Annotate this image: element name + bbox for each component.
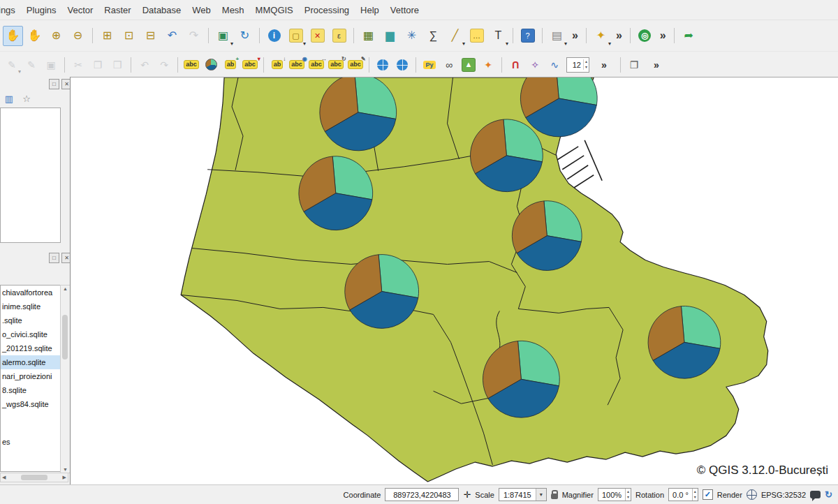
- osm-place-search-icon[interactable]: ◎: [635, 26, 655, 46]
- file-list[interactable]: chiavalfortoreainime.sqlite.sqliteo_civi…: [0, 285, 61, 472]
- snapping-magnet-icon[interactable]: U: [506, 56, 524, 74]
- undo-icon[interactable]: ↶: [135, 56, 154, 74]
- georeferencer-icon[interactable]: ✦: [479, 56, 497, 74]
- file-item[interactable]: chiavalfortorea: [1, 286, 60, 299]
- show-statistics-icon[interactable]: ∑: [423, 26, 443, 46]
- crs-label[interactable]: EPSG:32532: [761, 491, 806, 499]
- file-item[interactable]: es: [1, 435, 60, 449]
- plugin-wand-icon[interactable]: ✦▾: [591, 26, 611, 46]
- vscroll-thumb[interactable]: [62, 315, 68, 360]
- rotation-spin[interactable]: 0.0 ° ▴▾: [668, 488, 698, 501]
- panel-tool-filter-icon[interactable]: ☆: [19, 91, 34, 106]
- magnifier-spin[interactable]: 100% ▴▾: [598, 488, 631, 501]
- spinner-arrows-icon[interactable]: ▴▾: [625, 489, 631, 501]
- change-label-icon[interactable]: abc✎: [346, 56, 365, 74]
- paste-features-icon[interactable]: ❒: [108, 56, 126, 74]
- zoom-full-icon[interactable]: ⊞: [97, 26, 117, 46]
- mouse-extent-icon[interactable]: ✛: [463, 490, 471, 499]
- rotate-label-icon[interactable]: abc↻: [327, 56, 345, 74]
- cut-features-icon[interactable]: ✂: [69, 56, 87, 74]
- redo-icon[interactable]: ↷: [155, 56, 173, 74]
- hscroll-thumb[interactable]: [21, 475, 47, 480]
- current-edits-icon[interactable]: ✎▾: [3, 56, 21, 74]
- file-item[interactable]: nari_proiezioni: [1, 369, 60, 383]
- pan-to-selection-icon[interactable]: ✋: [24, 26, 45, 46]
- label-rule-icon[interactable]: abc▾: [241, 56, 259, 74]
- zoom-out-icon[interactable]: ⊖: [68, 26, 88, 46]
- select-by-expression-icon[interactable]: ε: [329, 26, 349, 46]
- scroll-right-icon[interactable]: ▶: [63, 475, 66, 480]
- menu-mmqgis[interactable]: MMQGIS: [250, 1, 299, 19]
- lock-scale-icon[interactable]: [551, 494, 558, 499]
- magnifier-value[interactable]: 100%: [602, 491, 622, 499]
- map-tips-icon[interactable]: …: [466, 26, 487, 46]
- menu-web[interactable]: Web: [186, 1, 216, 19]
- file-item[interactable]: _wgs84.sqlite: [1, 397, 60, 411]
- share-icon[interactable]: ➦: [679, 26, 699, 46]
- toolbar-overflow-icon[interactable]: »: [568, 26, 582, 46]
- pan-map-icon[interactable]: ✋: [3, 26, 23, 46]
- float-panel-icon[interactable]: □: [49, 253, 59, 263]
- identify-features-icon[interactable]: i: [264, 26, 284, 46]
- file-item[interactable]: o_civici.sqlite: [1, 327, 60, 341]
- file-item[interactable]: alermo.sqlite: [1, 355, 60, 369]
- scroll-up-icon[interactable]: ▲: [61, 286, 70, 291]
- select-features-icon[interactable]: ▢▾: [286, 26, 306, 46]
- refresh-map-icon[interactable]: ↻: [235, 26, 255, 46]
- processing-options-icon[interactable]: ✳: [402, 26, 422, 46]
- chevron-down-icon[interactable]: ▾: [536, 489, 546, 501]
- map-canvas[interactable]: © QGIS 3.12.0-București: [70, 77, 838, 484]
- refresh-icon[interactable]: ↻: [825, 490, 832, 499]
- web-service-icon[interactable]: [393, 56, 411, 74]
- menu-vettore[interactable]: Vettore: [385, 1, 425, 19]
- layer-diagram-icon[interactable]: [202, 56, 220, 74]
- menu-ings[interactable]: ings: [0, 1, 21, 19]
- toolbar-overflow-icon[interactable]: »: [592, 56, 616, 74]
- snapping-tolerance-spin[interactable]: 12▴▾: [566, 57, 589, 73]
- scale-value[interactable]: 1:87415: [499, 491, 536, 499]
- menu-database[interactable]: Database: [137, 1, 187, 19]
- float-panel-icon[interactable]: □: [49, 79, 59, 89]
- menu-help[interactable]: Help: [355, 1, 385, 19]
- new-map-view-icon[interactable]: ▣▾: [213, 26, 233, 46]
- layers-panel-empty[interactable]: [0, 108, 61, 243]
- tracing-icon[interactable]: ∿: [545, 56, 564, 74]
- deselect-features-icon[interactable]: ✕: [307, 26, 328, 46]
- zoom-last-icon[interactable]: ↶: [162, 26, 182, 46]
- rotation-value[interactable]: 0.0 °: [672, 491, 689, 499]
- file-item[interactable]: _201219.sqlite: [1, 341, 60, 355]
- open-attribute-table-icon[interactable]: ▦: [358, 26, 378, 46]
- measure-line-icon[interactable]: ╱▾: [445, 26, 465, 46]
- zoom-next-icon[interactable]: ↷: [184, 26, 204, 46]
- file-list-vscrollbar[interactable]: ▲ ▼: [60, 285, 71, 473]
- text-annotation-icon[interactable]: T▾: [488, 26, 508, 46]
- python-console-icon[interactable]: Py: [420, 56, 439, 74]
- copy-features-icon[interactable]: ❐: [89, 56, 107, 74]
- menu-vector[interactable]: Vector: [62, 1, 99, 19]
- statistical-summary-icon[interactable]: ▆: [380, 26, 400, 46]
- help-contents-icon[interactable]: ?: [517, 26, 538, 46]
- menu-mesh[interactable]: Mesh: [216, 1, 250, 19]
- menu-raster[interactable]: Raster: [98, 1, 136, 19]
- file-item[interactable]: .sqlite: [1, 313, 60, 327]
- metasearch-icon[interactable]: [374, 56, 392, 74]
- pin-labels-icon[interactable]: ab↓: [268, 56, 286, 74]
- snapping-options-icon[interactable]: ✧: [526, 56, 544, 74]
- toolbar-overflow-icon[interactable]: »: [645, 56, 668, 74]
- file-item[interactable]: inime.sqlite: [1, 299, 60, 313]
- scale-combo[interactable]: 1:87415 ▾: [499, 488, 547, 501]
- save-layer-edits-icon[interactable]: ▣: [42, 56, 60, 74]
- scroll-left-icon[interactable]: ◀: [2, 475, 6, 480]
- toolbar-overflow-icon[interactable]: »: [612, 26, 626, 46]
- crs-globe-icon[interactable]: [747, 489, 757, 500]
- processing-model-icon[interactable]: ▲: [460, 56, 478, 74]
- spinner-arrows-icon[interactable]: ▴▾: [692, 489, 698, 501]
- highlight-labels-icon[interactable]: abc◉: [288, 56, 306, 74]
- label-add-icon[interactable]: ab+: [221, 56, 240, 74]
- coordinate-input[interactable]: 889723,4220483: [385, 488, 459, 501]
- file-list-hscrollbar[interactable]: ◀ ▶: [0, 473, 68, 482]
- zoom-in-icon[interactable]: ⊕: [46, 26, 66, 46]
- panel-tool-layers-icon[interactable]: ▥: [1, 91, 17, 106]
- zoom-to-layer-icon[interactable]: ⊟: [140, 26, 161, 46]
- messages-icon[interactable]: [810, 491, 821, 498]
